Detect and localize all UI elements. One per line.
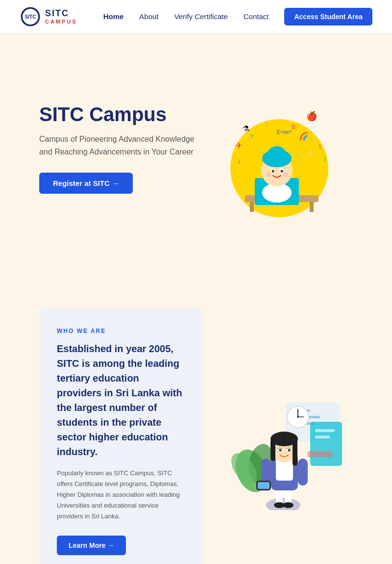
- svg-text:✈: ✈: [235, 141, 243, 151]
- svg-point-63: [279, 449, 282, 452]
- svg-text:⚗: ⚗: [243, 125, 249, 133]
- who-section: WHO WE ARE Established in year 2005, SIT…: [0, 298, 392, 564]
- logo[interactable]: SITC SITC CAMPUS: [20, 6, 77, 27]
- who-label: WHO WE ARE: [57, 328, 186, 334]
- svg-point-64: [288, 449, 291, 452]
- svg-rect-39: [310, 422, 342, 466]
- nav-item-home[interactable]: Home: [103, 12, 124, 21]
- hero-section: SITC Campus Campus of Pioneering Advance…: [0, 33, 392, 259]
- who-card: WHO WE ARE Established in year 2005, SIT…: [39, 308, 204, 564]
- register-button[interactable]: Register at SITC →: [39, 173, 133, 194]
- learn-more-button[interactable]: Learn More →: [57, 536, 126, 555]
- svg-rect-5: [250, 202, 254, 212]
- nav-item-about[interactable]: About: [139, 12, 158, 21]
- svg-point-12: [267, 146, 287, 166]
- svg-point-50: [283, 502, 294, 508]
- logo-sitc: SITC: [45, 9, 77, 19]
- nav-item-cta[interactable]: Access Student Area: [284, 12, 372, 21]
- hero-illustration: ✈ 🌈 ⭐ ♪ B ? 1 2 3 E=mc² 🍎 ⚗: [196, 75, 353, 222]
- svg-text:🌈: 🌈: [299, 131, 309, 141]
- who-image: [227, 373, 349, 510]
- spacer: [0, 259, 392, 298]
- logo-campus: CAMPUS: [45, 19, 77, 25]
- svg-rect-6: [310, 202, 314, 212]
- svg-rect-60: [293, 439, 297, 466]
- svg-text:1: 1: [318, 144, 321, 150]
- svg-text:B: B: [292, 124, 295, 130]
- nav-link-about[interactable]: About: [139, 12, 158, 21]
- svg-point-18: [283, 172, 288, 177]
- nav-link-verify[interactable]: Verify Certificate: [174, 12, 228, 21]
- hero-image: ✈ 🌈 ⭐ ♪ B ? 1 2 3 E=mc² 🍎 ⚗: [201, 80, 348, 217]
- svg-rect-56: [298, 459, 308, 486]
- svg-text:♪: ♪: [238, 157, 241, 165]
- svg-text:🍎: 🍎: [306, 111, 318, 122]
- svg-rect-40: [315, 429, 335, 432]
- svg-rect-42: [308, 451, 332, 457]
- who-desc: Popularly known as SITC Campus, SITC off…: [57, 468, 186, 522]
- nav-links: Home About Verify Certificate Contact Ac…: [103, 12, 372, 21]
- svg-rect-41: [315, 436, 330, 438]
- svg-text:SITC: SITC: [25, 14, 36, 20]
- logo-text: SITC CAMPUS: [45, 9, 77, 25]
- who-title: Established in year 2005, SITC is among …: [57, 341, 186, 459]
- svg-text:?: ?: [250, 133, 253, 140]
- hero-content: SITC Campus Campus of Pioneering Advance…: [39, 103, 196, 194]
- navbar: SITC SITC CAMPUS Home About Verify Certi…: [0, 0, 392, 33]
- svg-text:⭐: ⭐: [306, 150, 315, 158]
- svg-text:2: 2: [323, 156, 326, 162]
- svg-rect-59: [270, 439, 275, 461]
- logo-icon: SITC: [20, 6, 41, 27]
- nav-link-home[interactable]: Home: [103, 12, 124, 21]
- svg-text:E=mc²: E=mc²: [277, 129, 292, 135]
- nav-cta-button[interactable]: Access Student Area: [284, 8, 372, 26]
- svg-rect-55: [258, 482, 270, 489]
- svg-text:3: 3: [265, 122, 268, 128]
- hero-title: SITC Campus: [39, 103, 196, 125]
- who-illustration: [223, 373, 353, 510]
- svg-point-17: [266, 172, 271, 177]
- hero-subtitle: Campus of Pioneering Advanced Knowledge …: [39, 133, 196, 158]
- svg-point-15: [272, 170, 274, 173]
- nav-item-verify[interactable]: Verify Certificate: [174, 12, 228, 21]
- svg-point-16: [281, 170, 283, 173]
- nav-item-contact[interactable]: Contact: [244, 12, 269, 21]
- nav-link-contact[interactable]: Contact: [244, 12, 269, 21]
